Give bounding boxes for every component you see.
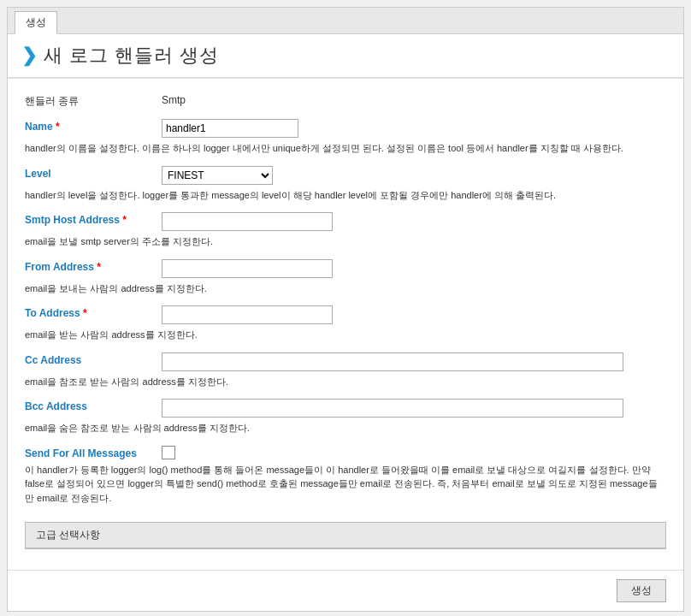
from-address-description: email을 보내는 사람의 address를 지정한다. — [25, 281, 666, 296]
cc-address-description: email을 참조로 받는 사람의 address를 지정한다. — [25, 375, 666, 389]
from-address-field-row: From Address * — [25, 259, 666, 278]
level-select[interactable]: FINEST FINER FINE CONFIG INFO WARNING SE… — [162, 166, 273, 185]
handler-type-label: 핸들러 종류 — [25, 92, 162, 109]
send-for-all-label: Send For All Messages — [25, 446, 162, 459]
name-field-row: Name * — [25, 119, 666, 138]
smtp-host-input[interactable] — [162, 212, 333, 231]
advanced-label: 고급 선택사항 — [36, 528, 100, 542]
header-arrow-icon: ❯ — [21, 44, 37, 67]
from-address-input[interactable] — [162, 259, 333, 278]
from-address-label: From Address * — [25, 259, 162, 273]
smtp-host-field-row: Smtp Host Address * — [25, 212, 666, 231]
advanced-header[interactable]: 고급 선택사항 — [26, 523, 665, 548]
advanced-section: 고급 선택사항 — [25, 522, 666, 549]
bcc-address-label: Bcc Address — [25, 399, 162, 412]
to-address-description: email을 받는 사람의 address를 지정한다. — [25, 328, 666, 342]
level-field-row: Level FINEST FINER FINE CONFIG INFO WARN… — [25, 166, 666, 185]
content-area: 핸들러 종류 Smtp Name * handler의 이름을 설정한다. 이름… — [8, 79, 683, 563]
to-address-required: * — [83, 307, 87, 319]
send-for-all-row: Send For All Messages — [25, 446, 666, 459]
name-required: * — [56, 121, 60, 133]
handler-type-value: Smtp — [162, 92, 186, 106]
cc-address-input[interactable] — [162, 352, 623, 371]
from-address-required: * — [97, 261, 101, 273]
to-address-input[interactable] — [162, 305, 333, 324]
footer-area: 생성 — [8, 570, 683, 611]
smtp-host-description: email을 보낼 smtp server의 주소를 지정한다. — [25, 234, 666, 249]
name-input[interactable] — [162, 119, 298, 138]
bcc-address-input[interactable] — [162, 399, 623, 418]
level-label: Level — [25, 166, 162, 180]
to-address-label: To Address * — [25, 305, 162, 319]
bcc-address-field-row: Bcc Address — [25, 399, 666, 418]
level-select-wrapper: FINEST FINER FINE CONFIG INFO WARNING SE… — [162, 166, 273, 185]
send-for-all-description: 이 handler가 등록한 logger의 log() method를 통해 … — [25, 463, 666, 506]
cc-address-field-row: Cc Address — [25, 352, 666, 371]
level-description: handler의 level을 설정한다. logger를 통과한 messag… — [25, 188, 666, 203]
smtp-host-label: Smtp Host Address * — [25, 212, 162, 226]
handler-type-row: 핸들러 종류 Smtp — [25, 92, 666, 109]
name-description: handler의 이름을 설정한다. 이름은 하나의 logger 내에서만 u… — [25, 141, 666, 156]
name-label: Name * — [25, 119, 162, 133]
bcc-address-description: email을 숨은 참조로 받는 사람의 address를 지정한다. — [25, 421, 666, 435]
smtp-host-required: * — [122, 214, 127, 226]
page-title: 새 로그 핸들러 생성 — [44, 43, 219, 68]
send-for-all-checkbox[interactable] — [162, 446, 175, 459]
to-address-field-row: To Address * — [25, 305, 666, 324]
create-button[interactable]: 생성 — [617, 579, 666, 602]
cc-address-label: Cc Address — [25, 352, 162, 366]
tab-create[interactable]: 생성 — [15, 11, 57, 34]
